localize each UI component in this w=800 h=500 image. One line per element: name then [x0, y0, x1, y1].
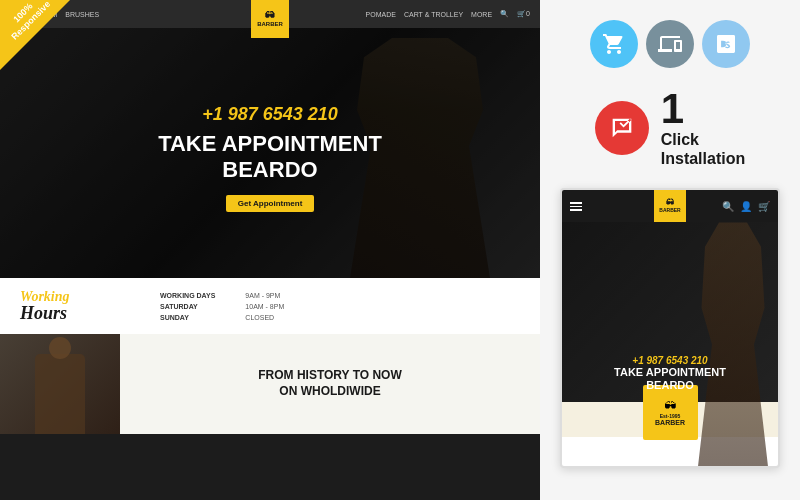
working-hours-title: Working Hours [20, 290, 140, 322]
mobile-logo: 🕶 BARBER [654, 190, 686, 222]
hours-time-2: CLOSED [245, 314, 284, 321]
responsive-icon [658, 32, 682, 56]
bottom-title-line1: FROM HISTORY TO NOW [258, 368, 402, 384]
mobile-logo-name: BARBER [655, 419, 685, 426]
cart-icon [602, 32, 626, 56]
hamburger-icon[interactable] [570, 202, 582, 211]
mobile-title-line2: BEARDO [614, 379, 726, 392]
hours-times-col: 9AM - 9PM 10AM - 8PM CLOSED [245, 292, 284, 321]
bottom-section: FROM HISTORY TO NOW ON WHOLDIWIDE [0, 334, 540, 434]
click-number: 1 [661, 88, 745, 130]
click-label-line1: Click [661, 130, 745, 149]
hero-content: +1 987 6543 210 TAKE APPOINTMENT BEARDO … [0, 28, 540, 278]
mobile-preview: 🕶 BARBER 🔍 👤 🛒 +1 987 6543 210 TAKE APPO… [560, 188, 780, 468]
mobile-barber-silhouette [698, 222, 768, 466]
icon-buttons-row [590, 20, 750, 68]
cursor-click-icon [608, 114, 636, 142]
bottom-title-line2: ON WHOLDIWIDE [279, 384, 380, 400]
hours-table: WORKING DAYS SATURDAY SUNDAY 9AM - 9PM 1… [160, 292, 284, 321]
hours-time-1: 10AM - 8PM [245, 303, 284, 310]
mobile-user-icon[interactable]: 👤 [740, 201, 752, 212]
nav-bar: GEL SERUM BRUSHES 🕶 BARBER POMADE CART &… [0, 0, 540, 28]
click-installation-text: 1 Click Installation [661, 88, 745, 168]
nav-link-pomade[interactable]: POMADE [366, 11, 396, 18]
bottom-text-area: FROM HISTORY TO NOW ON WHOLDIWIDE [120, 334, 540, 434]
website-preview-panel: 100% Responsive GEL SERUM BRUSHES 🕶 BARB… [0, 0, 540, 500]
click-installation-section: 1 Click Installation [595, 88, 745, 168]
mobile-title-line1: TAKE APPOINTMENT [614, 366, 726, 379]
bottom-image [0, 334, 120, 434]
cart-icon[interactable]: 🛒0 [517, 10, 530, 18]
photoshop-icon-button[interactable] [702, 20, 750, 68]
mobile-hero-section: +1 987 6543 210 TAKE APPOINTMENT BEARDO [562, 222, 778, 402]
mobile-search-icon[interactable]: 🔍 [722, 201, 734, 212]
nav-logo[interactable]: 🕶 BARBER [251, 0, 289, 38]
hero-title: TAKE APPOINTMENT BEARDO [158, 131, 382, 184]
hero-title-line1: TAKE APPOINTMENT [158, 131, 382, 157]
mobile-nav-icons: 🔍 👤 🛒 [722, 201, 770, 212]
mobile-bottom-logo: 🕶 Est-1995 BARBER [643, 385, 698, 440]
hours-day-1: SATURDAY [160, 303, 215, 310]
nav-link-brushes[interactable]: BRUSHES [65, 11, 99, 18]
photoshop-icon [714, 32, 738, 56]
hours-day-0: WORKING DAYS [160, 292, 215, 299]
hours-section: Working Hours WORKING DAYS SATURDAY SUND… [0, 278, 540, 334]
mobile-phone: +1 987 6543 210 [614, 355, 726, 366]
right-panel: 1 Click Installation 🕶 BARBER 🔍 👤 🛒 [540, 0, 800, 500]
responsive-icon-button[interactable] [646, 20, 694, 68]
hero-title-line2: BEARDO [158, 157, 382, 183]
hours-time-0: 9AM - 9PM [245, 292, 284, 299]
glasses-icon: 🕶 [664, 399, 676, 413]
get-appointment-button[interactable]: Get Appointment [226, 195, 315, 212]
logo-text: 🕶 BARBER [257, 10, 283, 28]
hours-day-2: SUNDAY [160, 314, 215, 321]
mobile-cart-icon[interactable]: 🛒 [758, 201, 770, 212]
website-mockup: GEL SERUM BRUSHES 🕶 BARBER POMADE CART &… [0, 0, 540, 500]
search-icon[interactable]: 🔍 [500, 10, 509, 18]
click-label-line2: Installation [661, 149, 745, 168]
click-installation-button[interactable] [595, 101, 649, 155]
mobile-header: 🕶 BARBER 🔍 👤 🛒 [562, 190, 778, 222]
hero-section: +1 987 6543 210 TAKE APPOINTMENT BEARDO … [0, 28, 540, 278]
nav-link-cart[interactable]: CART & TROLLEY [404, 11, 463, 18]
hours-days-col: WORKING DAYS SATURDAY SUNDAY [160, 292, 215, 321]
nav-link-more[interactable]: MORE [471, 11, 492, 18]
cart-icon-button[interactable] [590, 20, 638, 68]
mobile-logo-text: 🕶 BARBER [659, 199, 680, 213]
hero-phone: +1 987 6543 210 [202, 104, 338, 125]
nav-links-right: POMADE CART & TROLLEY MORE 🔍 🛒0 [366, 10, 530, 18]
